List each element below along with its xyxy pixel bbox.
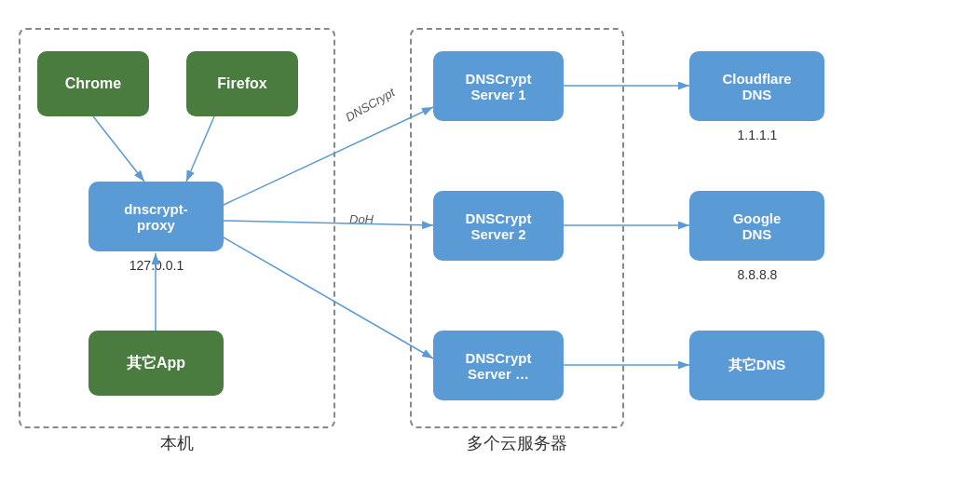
other-dns-node: 其它DNS xyxy=(689,331,824,400)
diagram: 本机 多个云服务器 Chrome Firefox dnscrypt- proxy… xyxy=(0,0,980,500)
other-app-label: 其它App xyxy=(127,354,185,373)
chrome-label: Chrome xyxy=(65,75,121,92)
dnscrypt-arrow-label: DNSCrypt xyxy=(343,85,397,124)
server2-node: DNSCrypt Server 2 xyxy=(433,191,564,261)
dnscrypt-proxy-sublabel: 127.0.0.1 xyxy=(110,258,203,273)
firefox-label: Firefox xyxy=(217,75,266,92)
zone-local-label: 本机 xyxy=(160,432,194,454)
google-node: Google DNS xyxy=(689,191,824,261)
dnscrypt-proxy-node: dnscrypt- proxy xyxy=(88,182,224,251)
dnscrypt-proxy-label: dnscrypt- proxy xyxy=(124,201,187,233)
firefox-node: Firefox xyxy=(186,51,298,116)
google-label: Google DNS xyxy=(733,210,782,242)
server2-label: DNSCrypt Server 2 xyxy=(466,210,532,242)
zone-servers-label: 多个云服务器 xyxy=(467,432,567,454)
cloudflare-node: Cloudflare DNS xyxy=(689,51,824,121)
google-sublabel: 8.8.8.8 xyxy=(711,267,804,282)
cloudflare-sublabel: 1.1.1.1 xyxy=(711,128,804,142)
server1-label: DNSCrypt Server 1 xyxy=(466,71,532,102)
server1-node: DNSCrypt Server 1 xyxy=(433,51,564,121)
server3-node: DNSCrypt Server … xyxy=(433,331,564,400)
doh-arrow-label: DoH xyxy=(349,212,374,226)
chrome-node: Chrome xyxy=(37,51,149,116)
other-dns-label: 其它DNS xyxy=(728,357,786,374)
cloudflare-label: Cloudflare DNS xyxy=(722,71,791,102)
other-app-node: 其它App xyxy=(88,331,224,396)
server3-label: DNSCrypt Server … xyxy=(466,350,532,382)
